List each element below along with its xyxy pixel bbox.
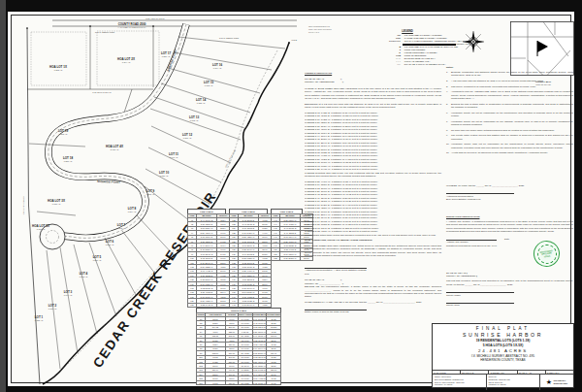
scan-edge-band (0, 0, 6, 392)
row-dedication-label-left: R.O.W. DEDICATION (95, 31, 114, 33)
final-plat-label: FINAL PLAT (433, 326, 573, 331)
legal-p: GIVEN UNDER MY HAND AND SEAL OF OFFICE, … (305, 301, 441, 304)
lot-acreage: 0.615 AC (146, 193, 155, 195)
lot-acreage: 0.688 AC (197, 102, 206, 104)
lot-acreage: 0.562 AC (117, 227, 126, 229)
subdivision-road (40, 24, 186, 249)
lot-acreage: 0.212 AC (54, 69, 63, 71)
lot-acreage: 0.548 AC (106, 244, 114, 245)
lot-acreage: 0.702 AC (205, 84, 213, 86)
lot-acreage: 0.195 AC (37, 228, 46, 230)
title-block-field: DRAWN: CAB (461, 371, 489, 374)
line-table-3: LINE TABLELINEBEARINGLENGTHL43N 21°05′16… (271, 209, 303, 261)
note-item: 11.All lots shall be served by an approv… (446, 151, 573, 154)
lot-acreage: 0.627 AC (160, 175, 169, 177)
note-item: 7.Henderson County will not be responsib… (446, 120, 573, 127)
note-item: 1.Bearings, coordinates and distances sh… (446, 71, 573, 78)
title-block-field: SCALE: 1″ = 60′ (518, 371, 546, 374)
lot-acreage: 0.311 AC (52, 203, 61, 205)
note-item: 8.No more than one single family detache… (446, 129, 573, 132)
lot-acreage: 0.574 AC (128, 211, 137, 212)
title-block-field: CHECKED: ARC (489, 371, 517, 374)
owners-certificate-column: OWNER'S CERTIFICATESTATE OF TEXAS §COUNT… (305, 72, 441, 314)
judge-label: County Judge (446, 294, 573, 297)
note-item: 3.This survey is subject to all easement… (446, 85, 573, 88)
note-item: 6.Henderson County will not be responsib… (446, 112, 573, 118)
legal-h: OWNER'S CERTIFICATE (305, 72, 441, 75)
legend-rows: IRF=1/2″ IRON REBAR FOUND (AS NOTED)CIRF… (388, 34, 471, 66)
lot-acreage: 0.539 AC (93, 259, 102, 261)
list-item: TX Firm No. 10194474 (489, 386, 538, 389)
county-road-lines (52, 20, 297, 26)
dimension-label: (322′ CONTOUR LINE) (224, 149, 236, 168)
note-item: 2.A 1/2 inch rebar with cap stamped ‘EAG… (446, 80, 573, 82)
note-item: 10.Henderson County shall not be respons… (446, 143, 573, 149)
approval-block: STATE OF TEXAS § COUNTY OF HENDERSON § T… (446, 272, 573, 308)
notes-block: Notes: 1.Bearings, coordinates and dista… (446, 66, 573, 157)
pob-label: P.O.B. (292, 39, 298, 41)
clerk-label: County Clerk (446, 304, 573, 307)
notes-list: 1.Bearings, coordinates and distances sh… (446, 71, 573, 155)
approval-body: This plat was reviewed, approved and acc… (446, 279, 573, 286)
lot-acreage: 0.714 AC (213, 67, 222, 69)
lot-acreage: 2.405 AC (111, 148, 119, 150)
list-item: Ph. (214) 555-0148 (435, 386, 484, 389)
surveyor-info: Surveyor:CROWLEY SURVEYING129 E. Grove S… (487, 375, 541, 389)
curve-table: CURVE TABLECURVEARC LENGTHRADIUSDELTA AN… (196, 308, 281, 385)
lot-acreage: 0.672 AC (190, 119, 199, 121)
road-name-label-2: SUNRISE POINT (97, 180, 121, 184)
adjoiner-note: SEM PROPERTIES LLCINST. NO. 2019-0004567… (308, 25, 384, 33)
lot-division-lines-top (27, 26, 153, 118)
county-line: HENDERSON COUNTY, TEXAS (433, 358, 573, 362)
note-item: 4.According to Map No. 48213C0415E, date… (446, 90, 573, 100)
lot-acreage: 0.651 AC (183, 137, 192, 139)
lot-acreage: 1.364 AC (122, 61, 131, 63)
title-block-name: FINAL PLAT SUNRISE HARBOR 19 RESIDENTIAL… (433, 324, 573, 370)
witness-block: WITNESS, my hand, this the ______ day of… (446, 184, 573, 202)
surveyor-cert-body: I, Anthony Ray Crowley, a Registered Pro… (446, 220, 573, 233)
legal-p: BEGINNING at a 1/2 inch iron rebar with … (305, 103, 441, 110)
legal-sig: Authorized Representative — Blue Creek E… (305, 268, 367, 276)
note-item: 5.Blocking the flow of storm water or co… (446, 103, 573, 110)
lot-acreage: 0.583 AC (64, 160, 73, 162)
dimension-label: N 01°12′40″ E 355.10′ (22, 196, 24, 215)
hoa-lots-line: 5 HOA LOTS (LOTS 1X-5X) (433, 343, 573, 347)
lot-acreage: 0.586 AC (162, 55, 171, 57)
title-block-bottom: Owner / Developer:Blue Creek Estates Hol… (433, 375, 573, 389)
acreage-line: 24.481 ACRES (433, 348, 573, 353)
legal-c: NOW, THEREFORE, KNOW ALL MEN BY THESE PR… (305, 239, 441, 242)
legal-p: WHEREAS, BLUE CREEK ESTATES HOLDINGS LLC… (305, 87, 441, 101)
texas-star-icon: ★ (546, 378, 552, 386)
legal-p: CONTAINING within these metes and bounds… (305, 234, 441, 237)
residential-lots-line: 19 RESIDENTIAL LOTS (LOTS 1-19) (433, 339, 573, 343)
title-block-field: DATE: 09/2021 (433, 371, 461, 374)
dimension-label: S 88°55′03″ E 210.45′ (92, 91, 112, 93)
title-block-field: SHEET 1 OF 1 (546, 371, 573, 374)
legal-p: THENCE departing said right-of-way line … (305, 172, 441, 179)
survey-abstract-line: I.V. MICHELLI SURVEY, ABSTRACT NO. 495 (433, 354, 573, 358)
owner-info: Owner / Developer:Blue Creek Estates Hol… (433, 375, 487, 389)
legal-p: BEFORE ME, the undersigned authority, a … (305, 285, 441, 299)
setback-rects (31, 31, 159, 85)
surveyor-logo: ★ CROWLEYSURVEYING (540, 375, 573, 389)
lot-acreage: 0.602 AC (80, 276, 88, 278)
row-dedication-label-right: R.O.W. DEDICATION (219, 37, 239, 39)
witness-sig-company: Blue Creek Estates Holdings LLC (446, 198, 573, 201)
lot-acreage: 0.640 AC (170, 156, 178, 158)
north-arrow-icon (462, 30, 485, 53)
lot-acreage: 0.705 AC (48, 308, 57, 310)
legal-p: THAT, BLUE CREEK ESTATES HOLDINGS LLC, a… (305, 245, 441, 258)
line-table-1: LINE TABLELINEBEARINGLENGTHL1N 44°39′04″… (187, 209, 226, 308)
legal-sig: Notary Public in and for the State of Te… (305, 310, 367, 314)
surveyor-seal-text: REGISTEREDRPLS 6446TEXAS (535, 243, 558, 265)
legend-title: LEGEND (388, 29, 427, 33)
note-item: 9.The private water system serving this … (446, 134, 573, 141)
subdivision-name: SUNRISE HARBOR (433, 332, 573, 338)
approval-county: COUNTY OF HENDERSON § (446, 275, 573, 278)
table-row: C1661.33′130.00′27°01′58″S 62°17′21″ W60… (197, 380, 281, 384)
monument-markers (26, 25, 290, 44)
plat-sheet: COUNTY ROAD 2500 (A CALLED 40′ PUBLIC R.… (8, 12, 574, 386)
west-boundary-line (27, 28, 40, 384)
list-item: O.P.R.H.C.T. (308, 31, 384, 34)
lot-acreage: 0.598 AC (59, 133, 68, 135)
